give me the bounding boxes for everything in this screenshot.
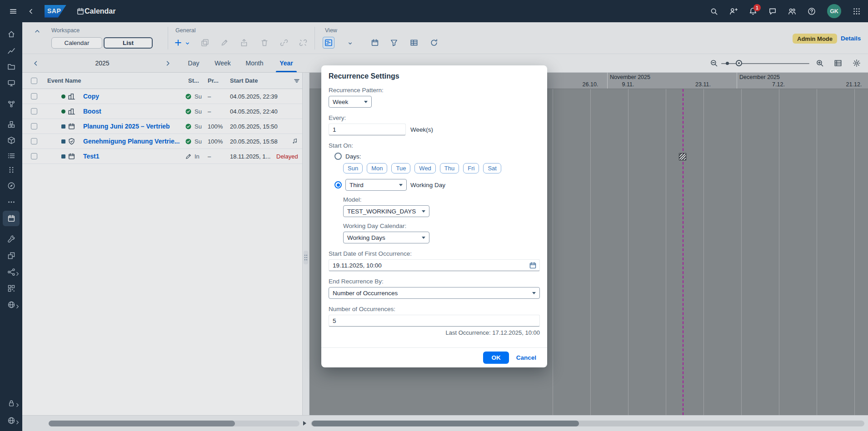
days-radio[interactable] — [334, 153, 342, 160]
start-date-field — [329, 257, 540, 271]
day-chip-fri[interactable]: Fri — [463, 163, 479, 173]
day-chip-mon[interactable]: Mon — [367, 163, 387, 173]
every-unit-label: Week(s) — [410, 126, 433, 133]
cancel-button[interactable]: Cancel — [511, 354, 542, 361]
working-day-radio[interactable] — [334, 181, 342, 188]
recurrence-pattern-label: Recurrence Pattern: — [329, 87, 384, 94]
dialog-title: Recurrence Settings — [321, 65, 547, 81]
recurrence-pattern-value: Week — [333, 99, 348, 105]
ordinal-select[interactable]: Third — [345, 179, 407, 191]
weekday-chips: Sun Mon Tue Wed Thu Fri Sat — [343, 163, 501, 173]
chevron-down-icon — [364, 101, 368, 103]
dialog-body: Recurrence Pattern: Week Every: Week(s) … — [321, 81, 547, 347]
chevron-down-icon — [422, 237, 425, 239]
start-date-input[interactable] — [329, 259, 540, 271]
dialog-footer: OK Cancel — [321, 347, 547, 367]
model-label: Model: — [343, 196, 362, 203]
chevron-down-icon — [399, 184, 403, 186]
chevron-down-icon — [422, 210, 425, 213]
last-occurrence-text: Last Occurrence: 17.12.2025, 10:00 — [446, 329, 540, 336]
every-input[interactable] — [329, 124, 406, 135]
application: SAP Calendar 1 GK — [0, 0, 868, 431]
day-chip-thu[interactable]: Thu — [440, 163, 459, 173]
recurrence-pattern-select[interactable]: Week — [329, 96, 372, 108]
ordinal-value: Third — [349, 182, 364, 188]
day-chip-sat[interactable]: Sat — [483, 163, 501, 173]
working-day-calendar-value: Working Days — [347, 234, 385, 241]
working-day-calendar-select[interactable]: Working Days — [343, 232, 429, 243]
end-recurrence-by-label: End Recurrence By: — [329, 278, 384, 285]
every-label: Every: — [329, 114, 346, 121]
ok-button[interactable]: OK — [483, 352, 509, 364]
end-recurrence-by-select[interactable]: Number of Occurrences — [329, 287, 540, 299]
day-chip-tue[interactable]: Tue — [391, 163, 410, 173]
start-date-label: Start Date of First Occurrence: — [329, 250, 412, 257]
model-select[interactable]: TEST_WORKING_DAYS — [343, 205, 429, 217]
chevron-down-icon — [532, 292, 536, 294]
working-day-options: Model: TEST_WORKING_DAYS Working Day Cal… — [343, 191, 429, 243]
model-value: TEST_WORKING_DAYS — [347, 208, 416, 215]
start-on-label: Start On: — [329, 142, 353, 149]
recurrence-settings-dialog: Recurrence Settings Recurrence Pattern: … — [321, 65, 547, 367]
day-chip-sun[interactable]: Sun — [343, 163, 363, 173]
working-day-calendar-label: Working Day Calendar: — [343, 223, 406, 229]
end-recurrence-by-value: Number of Occurrences — [333, 290, 398, 297]
days-label: Days: — [345, 153, 361, 160]
number-of-occurrences-input[interactable] — [329, 315, 540, 327]
date-picker-icon[interactable] — [529, 262, 537, 269]
day-chip-wed[interactable]: Wed — [414, 163, 436, 173]
working-day-text: Working Day — [410, 182, 445, 188]
number-of-occurrences-label: Number of Occurrences: — [329, 306, 395, 312]
